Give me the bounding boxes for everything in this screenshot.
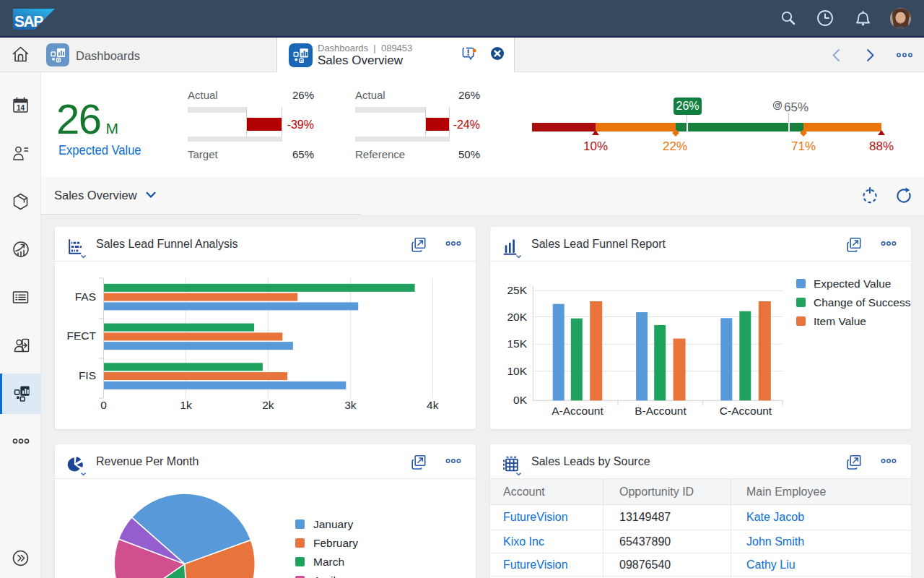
svg-text:0K: 0K	[513, 394, 528, 406]
svg-text:FIS: FIS	[79, 369, 96, 381]
svg-text:14: 14	[17, 104, 25, 112]
svg-text:February: February	[313, 537, 358, 549]
svg-text:January: January	[313, 518, 353, 530]
svg-text:C-Account: C-Account	[720, 405, 772, 417]
svg-text:2k: 2k	[262, 399, 274, 411]
svg-text:FECT: FECT	[67, 329, 97, 342]
svg-text:Expected Value: Expected Value	[814, 277, 891, 290]
svg-text:1k: 1k	[180, 399, 192, 411]
svg-text:15K: 15K	[507, 337, 527, 350]
svg-text:March: March	[313, 556, 344, 568]
svg-text:3k: 3k	[344, 399, 357, 411]
svg-text:10K: 10K	[507, 365, 527, 377]
svg-text:FAS: FAS	[75, 290, 96, 303]
svg-text:0: 0	[100, 399, 107, 411]
svg-text:B-Account: B-Account	[635, 405, 687, 417]
svg-text:Change of Success: Change of Success	[814, 296, 911, 309]
svg-text:SAP: SAP	[14, 12, 43, 30]
svg-text:A-Account: A-Account	[552, 405, 603, 417]
svg-text:25K: 25K	[507, 284, 527, 296]
svg-text:4k: 4k	[427, 399, 439, 411]
svg-text:20K: 20K	[507, 311, 527, 323]
svg-text:April: April	[313, 574, 336, 578]
svg-text:Item Value: Item Value	[814, 315, 866, 327]
